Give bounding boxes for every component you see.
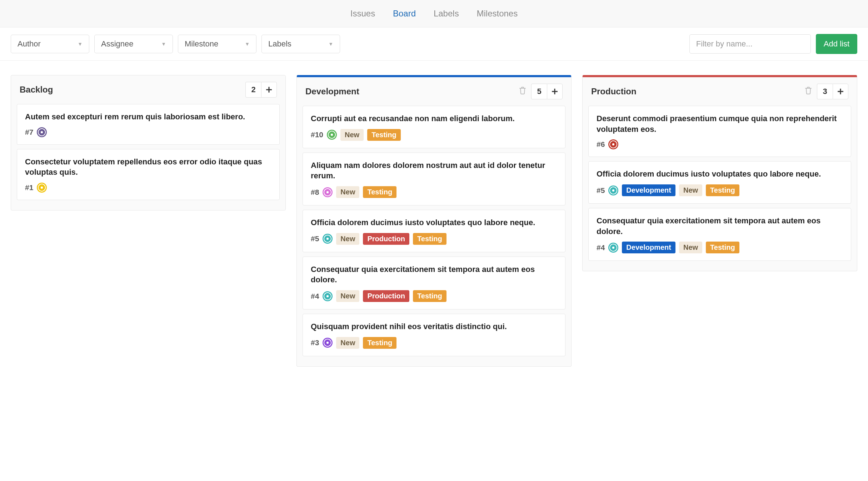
assignee-avatar[interactable] <box>327 130 337 140</box>
issue-label[interactable]: New <box>340 129 364 141</box>
issue-id: #3 <box>311 338 319 347</box>
board-backlog: Backlog2Autem sed excepturi rem rerum qu… <box>11 75 286 210</box>
board-count: 3 <box>817 84 833 99</box>
assignee-avatar[interactable] <box>608 243 618 253</box>
board-actions: 5 <box>519 84 563 99</box>
board-production: Production3Deserunt commodi praesentium … <box>582 75 857 271</box>
issue-id: #10 <box>311 130 323 139</box>
nav-issues[interactable]: Issues <box>343 9 383 19</box>
issue-title: Quisquam provident nihil eos veritatis d… <box>311 321 557 332</box>
issue-card[interactable]: Deserunt commodi praesentium cumque quia… <box>588 106 851 157</box>
issue-title: Aliquam nam dolores dolorem nostrum aut … <box>311 160 557 181</box>
issue-card[interactable]: Consectetur voluptatem repellendus eos e… <box>17 149 280 200</box>
issue-card[interactable]: Corrupti aut ea recusandae non nam elige… <box>303 106 565 148</box>
issue-label[interactable]: Development <box>622 184 675 196</box>
issue-label[interactable]: New <box>336 290 359 302</box>
issue-card[interactable]: Consequatur quia exercitationem sit temp… <box>588 208 851 261</box>
milestone-dropdown[interactable]: Milestone ▼ <box>178 35 256 53</box>
issue-meta: #8NewTesting <box>311 186 557 198</box>
caret-down-icon: ▼ <box>328 41 333 47</box>
issue-label[interactable]: Production <box>363 290 409 302</box>
issue-label[interactable]: Testing <box>706 184 739 196</box>
assignee-avatar[interactable] <box>37 127 47 137</box>
assignee-avatar[interactable] <box>323 234 333 244</box>
assignee-avatar[interactable] <box>37 183 47 193</box>
add-list-button[interactable]: Add list <box>816 34 857 54</box>
issue-meta: #3NewTesting <box>311 337 557 349</box>
issue-title: Consectetur voluptatem repellendus eos e… <box>25 157 271 178</box>
issue-meta: #7 <box>25 127 271 137</box>
author-dropdown-label: Author <box>18 39 41 49</box>
issue-card[interactable]: Consequatur quia exercitationem sit temp… <box>303 257 565 309</box>
assignee-dropdown-label: Assignee <box>101 39 134 49</box>
assignee-avatar[interactable] <box>323 187 333 197</box>
author-dropdown[interactable]: Author ▼ <box>11 35 89 53</box>
assignee-avatar[interactable] <box>608 139 618 149</box>
issue-id: #7 <box>25 128 33 137</box>
filter-bar: Author ▼ Assignee ▼ Milestone ▼ Labels ▼… <box>0 28 868 61</box>
issue-meta: #4NewProductionTesting <box>311 290 557 302</box>
board-header: Backlog2 <box>11 75 285 104</box>
issue-meta: #10NewTesting <box>311 129 557 141</box>
labels-dropdown[interactable]: Labels ▼ <box>261 35 340 53</box>
board-header: Development5 <box>297 77 571 106</box>
issue-meta: #5NewProductionTesting <box>311 233 557 245</box>
issue-title: Officia dolorem ducimus iusto voluptates… <box>597 169 843 179</box>
assignee-dropdown[interactable]: Assignee ▼ <box>94 35 173 53</box>
issue-id: #4 <box>311 292 319 301</box>
issue-card[interactable]: Aliquam nam dolores dolorem nostrum aut … <box>303 153 565 205</box>
issue-id: #1 <box>25 183 33 192</box>
issue-label[interactable]: Production <box>363 233 409 245</box>
assignee-avatar[interactable] <box>608 185 618 195</box>
add-card-button[interactable] <box>833 84 848 99</box>
milestone-dropdown-label: Milestone <box>185 39 218 49</box>
board-title: Backlog <box>20 85 53 95</box>
board-actions: 3 <box>805 84 848 99</box>
issue-label[interactable]: Testing <box>706 242 739 253</box>
issue-label[interactable]: Testing <box>363 337 396 349</box>
issue-label[interactable]: Testing <box>413 290 447 302</box>
board-count: 5 <box>531 84 547 99</box>
add-card-button[interactable] <box>261 82 277 98</box>
issue-label[interactable]: Testing <box>363 186 396 198</box>
cards-list: Deserunt commodi praesentium cumque quia… <box>583 106 857 271</box>
board-count: 2 <box>245 82 261 98</box>
boards-container: Backlog2Autem sed excepturi rem rerum qu… <box>0 61 868 381</box>
issue-title: Deserunt commodi praesentium cumque quia… <box>597 113 843 134</box>
issue-meta: #6 <box>597 139 843 149</box>
cards-list: Corrupti aut ea recusandae non nam elige… <box>297 106 571 366</box>
nav-labels[interactable]: Labels <box>426 9 467 19</box>
issue-id: #6 <box>597 140 605 149</box>
assignee-avatar[interactable] <box>323 338 333 348</box>
nav-board[interactable]: Board <box>385 9 424 19</box>
board-title: Production <box>591 86 637 96</box>
add-card-button[interactable] <box>547 84 563 99</box>
issue-label[interactable]: Testing <box>413 233 447 245</box>
issue-id: #5 <box>311 234 319 243</box>
caret-down-icon: ▼ <box>78 41 83 47</box>
issue-label[interactable]: New <box>336 186 359 198</box>
issue-label[interactable]: Development <box>622 242 675 253</box>
issue-card[interactable]: Autem sed excepturi rem rerum quis labor… <box>17 104 280 145</box>
caret-down-icon: ▼ <box>161 41 166 47</box>
issue-label[interactable]: New <box>679 242 702 253</box>
cards-list: Autem sed excepturi rem rerum quis labor… <box>11 104 285 210</box>
labels-dropdown-label: Labels <box>268 39 291 49</box>
issue-id: #5 <box>597 186 605 195</box>
issue-title: Corrupti aut ea recusandae non nam elige… <box>311 113 557 124</box>
issue-meta: #1 <box>25 183 271 193</box>
issue-label[interactable]: New <box>336 337 359 349</box>
issue-card[interactable]: Officia dolorem ducimus iusto voluptates… <box>588 161 851 204</box>
trash-icon[interactable] <box>805 86 812 96</box>
issue-card[interactable]: Officia dolorem ducimus iusto voluptates… <box>303 210 565 252</box>
assignee-avatar[interactable] <box>323 291 333 301</box>
board-development: Development5Corrupti aut ea recusandae n… <box>296 75 572 367</box>
trash-icon[interactable] <box>519 86 526 96</box>
board-actions: 2 <box>245 82 277 98</box>
issue-label[interactable]: Testing <box>367 129 401 141</box>
issue-card[interactable]: Quisquam provident nihil eos veritatis d… <box>303 314 565 356</box>
nav-milestones[interactable]: Milestones <box>469 9 525 19</box>
issue-label[interactable]: New <box>336 233 359 245</box>
filter-by-name-input[interactable] <box>689 34 811 54</box>
issue-label[interactable]: New <box>679 184 702 196</box>
